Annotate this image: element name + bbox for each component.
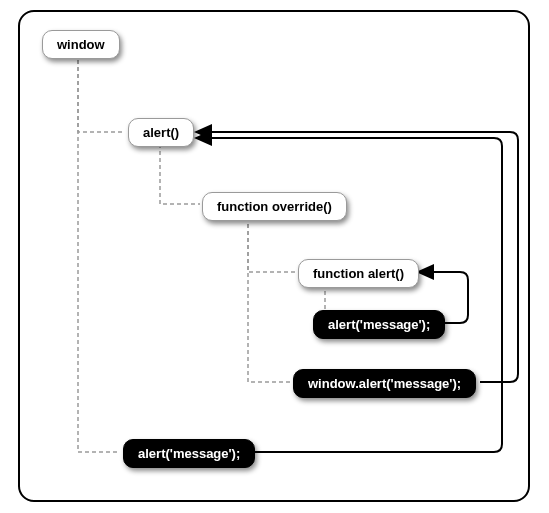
node-call-global-alert: alert('message'); bbox=[123, 439, 255, 468]
edge-call-windowalert-to-alert bbox=[196, 132, 518, 382]
edge-scope-alert-override bbox=[160, 144, 200, 204]
node-call-window-alert: window.alert('message'); bbox=[293, 369, 476, 398]
connector-layer bbox=[20, 12, 532, 504]
diagram-frame: window alert() function override() funct… bbox=[18, 10, 530, 502]
node-window: window bbox=[42, 30, 120, 59]
node-alert: alert() bbox=[128, 118, 194, 147]
node-call-inner-alert: alert('message'); bbox=[313, 310, 445, 339]
node-function-alert: function alert() bbox=[298, 259, 419, 288]
edge-scope-override-inneralert bbox=[248, 217, 295, 272]
node-function-override: function override() bbox=[202, 192, 347, 221]
edge-scope-window-alert bbox=[78, 60, 125, 132]
edge-scope-override-callwindow bbox=[248, 217, 290, 382]
edge-scope-window-callglobal bbox=[78, 60, 120, 452]
edge-call-global-to-alert bbox=[196, 138, 502, 452]
